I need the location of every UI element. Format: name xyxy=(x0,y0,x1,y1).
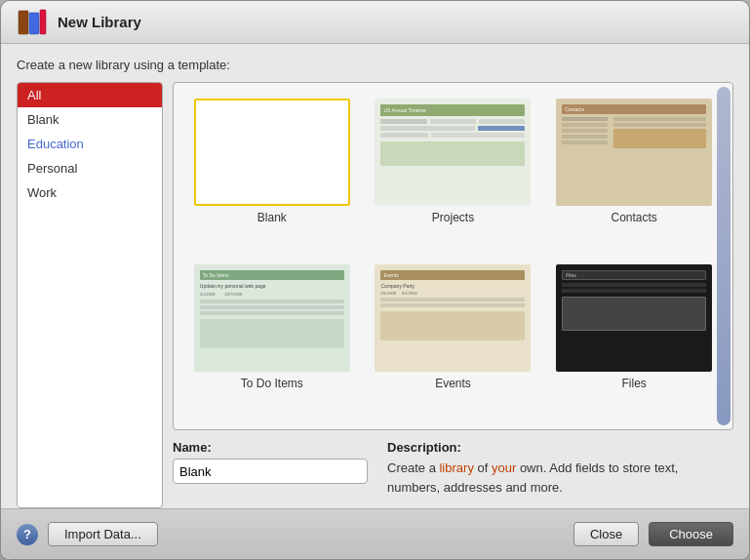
template-label-todo: To Do Items xyxy=(241,377,303,390)
svg-rect-0 xyxy=(19,11,28,34)
template-label-events: Events xyxy=(435,377,471,390)
template-item-contacts[interactable]: Contacts xyxy=(551,99,717,249)
template-thumb-files: Files xyxy=(556,264,712,372)
template-item-projects[interactable]: US Annual Timeline xyxy=(371,99,536,249)
templates-grid-container: Blank US Annual Timeline xyxy=(173,82,733,430)
dialog-body: Create a new library using a template: A… xyxy=(1,44,749,508)
template-label-projects: Projects xyxy=(432,211,474,224)
template-label-contacts: Contacts xyxy=(611,211,656,224)
footer-left: ? Import Data... xyxy=(17,522,158,546)
category-list: All Blank Education Personal Work xyxy=(17,82,163,508)
template-thumb-events: Events Company Party 8/1/2008 8/1/2008 xyxy=(375,264,531,372)
category-item-all[interactable]: All xyxy=(18,83,162,107)
footer-right: Close Choose xyxy=(573,522,733,546)
template-thumb-todo: To Do Items Update my personal web page … xyxy=(194,264,350,372)
desc-section: Description: Create a library of your ow… xyxy=(387,440,733,497)
svg-rect-4 xyxy=(40,10,46,34)
template-item-events[interactable]: Events Company Party 8/1/2008 8/1/2008 xyxy=(371,264,536,415)
main-area: All Blank Education Personal Work Blan xyxy=(17,82,733,508)
category-item-work[interactable]: Work xyxy=(18,180,162,205)
scrollbar[interactable] xyxy=(717,87,730,425)
template-item-blank[interactable]: Blank xyxy=(189,99,355,249)
category-item-blank[interactable]: Blank xyxy=(18,107,162,132)
name-section: Name: xyxy=(173,440,368,484)
bottom-area: Name: Description: Create a library of y… xyxy=(173,440,733,508)
choose-button[interactable]: Choose xyxy=(649,522,733,546)
title-bar: New Library xyxy=(1,1,749,44)
category-item-education[interactable]: Education xyxy=(18,132,162,156)
dialog-title: New Library xyxy=(58,14,141,30)
help-button[interactable]: ? xyxy=(17,524,38,545)
close-button[interactable]: Close xyxy=(573,522,639,546)
template-label-blank: Blank xyxy=(257,211,287,224)
name-desc-row: Name: Description: Create a library of y… xyxy=(173,440,733,497)
name-input[interactable] xyxy=(173,459,368,484)
category-item-personal[interactable]: Personal xyxy=(18,156,162,180)
new-library-dialog: New Library Create a new library using a… xyxy=(0,0,750,560)
footer: ? Import Data... Close Choose xyxy=(1,508,749,559)
desc-text: Create a library of your own. Add fields… xyxy=(387,459,733,497)
svg-rect-2 xyxy=(29,13,39,34)
template-thumb-contacts: Contacts xyxy=(556,99,712,206)
template-item-files[interactable]: Files Files xyxy=(551,264,717,415)
templates-panel: Blank US Annual Timeline xyxy=(173,82,733,508)
app-icon xyxy=(17,7,48,38)
subtitle: Create a new library using a template: xyxy=(17,58,733,72)
import-data-button[interactable]: Import Data... xyxy=(48,522,158,546)
desc-label: Description: xyxy=(387,440,733,455)
name-label: Name: xyxy=(173,440,368,455)
template-thumb-blank xyxy=(194,99,350,206)
template-thumb-projects: US Annual Timeline xyxy=(375,99,531,206)
template-item-todo[interactable]: To Do Items Update my personal web page … xyxy=(189,264,355,415)
template-label-files: Files xyxy=(621,377,646,390)
templates-grid: Blank US Annual Timeline xyxy=(174,83,732,429)
